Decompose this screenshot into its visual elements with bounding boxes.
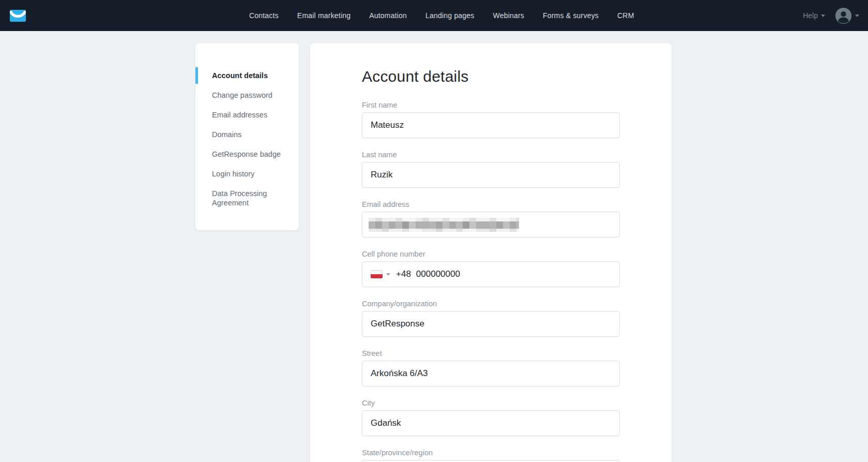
field-label: Email address xyxy=(362,200,620,209)
account-avatar[interactable] xyxy=(835,8,851,24)
settings-sidebar: Account details Change password Email ad… xyxy=(195,43,299,230)
nav-item-crm[interactable]: CRM xyxy=(617,11,634,20)
text-input[interactable] xyxy=(362,212,620,237)
person-icon xyxy=(835,8,851,24)
page-title: Account details xyxy=(362,68,620,85)
sidebar-item-domains[interactable]: Domains xyxy=(195,125,299,144)
text-input[interactable]: Gdańsk xyxy=(362,410,620,436)
field-state-province-region: State/province/region xyxy=(362,449,620,462)
nav-item-email-marketing[interactable]: Email marketing xyxy=(297,11,351,20)
country-code-selector[interactable] xyxy=(371,270,390,278)
account-details-panel: Account details First name Mateusz Last … xyxy=(310,43,672,462)
nav-item-automation[interactable]: Automation xyxy=(369,11,407,20)
field-label: First name xyxy=(362,101,620,110)
chevron-down-icon xyxy=(821,14,825,17)
field-label: City xyxy=(362,399,620,408)
phone-number: 000000000 xyxy=(416,269,460,279)
navbar-right-group: Help xyxy=(803,0,859,31)
phone-input[interactable]: +48 000000000 xyxy=(362,261,620,287)
field-label: Last name xyxy=(362,151,620,159)
text-input[interactable] xyxy=(362,460,620,462)
field-city: City Gdańsk xyxy=(362,399,620,436)
nav-item-forms-surveys[interactable]: Forms & surveys xyxy=(543,11,599,20)
field-label: Company/organization xyxy=(362,300,620,308)
field-street: Street Arkońska 6/A3 xyxy=(362,349,620,386)
text-input[interactable]: Arkońska 6/A3 xyxy=(362,361,620,386)
field-cell-phone-number: Cell phone number +48 000000000 xyxy=(362,250,620,287)
text-input[interactable]: Mateusz xyxy=(362,112,620,138)
nav-item-landing-pages[interactable]: Landing pages xyxy=(425,11,474,20)
nav-item-webinars[interactable]: Webinars xyxy=(493,11,524,20)
getresponse-logo-icon[interactable] xyxy=(10,10,26,22)
field-label: State/province/region xyxy=(362,449,620,457)
field-label: Cell phone number xyxy=(362,250,620,259)
account-details-form: First name Mateusz Last name Ruzik Email… xyxy=(362,101,620,462)
active-indicator xyxy=(195,67,198,84)
sidebar-item-data-processing-agreement[interactable]: Data Processing Agreement xyxy=(195,184,299,213)
redacted-value xyxy=(369,218,519,232)
field-company-organization: Company/organization GetResponse xyxy=(362,300,620,337)
help-label: Help xyxy=(803,11,818,20)
sidebar-item-getresponse-badge[interactable]: GetResponse badge xyxy=(195,144,299,164)
field-label: Street xyxy=(362,349,620,358)
poland-flag-icon xyxy=(371,270,383,278)
field-last-name: Last name Ruzik xyxy=(362,151,620,188)
text-input[interactable]: GetResponse xyxy=(362,311,620,337)
sidebar-item-account-details[interactable]: Account details xyxy=(195,66,299,85)
top-navbar: ContactsEmail marketingAutomationLanding… xyxy=(0,0,868,31)
chevron-down-icon xyxy=(386,273,390,276)
sidebar-item-change-password[interactable]: Change password xyxy=(195,85,299,105)
chevron-down-icon xyxy=(855,14,859,17)
help-menu-button[interactable]: Help xyxy=(803,11,825,20)
dial-code: +48 xyxy=(396,269,411,279)
primary-nav: ContactsEmail marketingAutomationLanding… xyxy=(249,0,634,31)
field-first-name: First name Mateusz xyxy=(362,101,620,138)
text-input[interactable]: Ruzik xyxy=(362,162,620,188)
sidebar-item-email-addresses[interactable]: Email addresses xyxy=(195,105,299,125)
envelope-icon xyxy=(10,10,26,22)
field-email-address: Email address xyxy=(362,200,620,237)
sidebar-item-login-history[interactable]: Login history xyxy=(195,164,299,184)
nav-item-contacts[interactable]: Contacts xyxy=(249,11,279,20)
